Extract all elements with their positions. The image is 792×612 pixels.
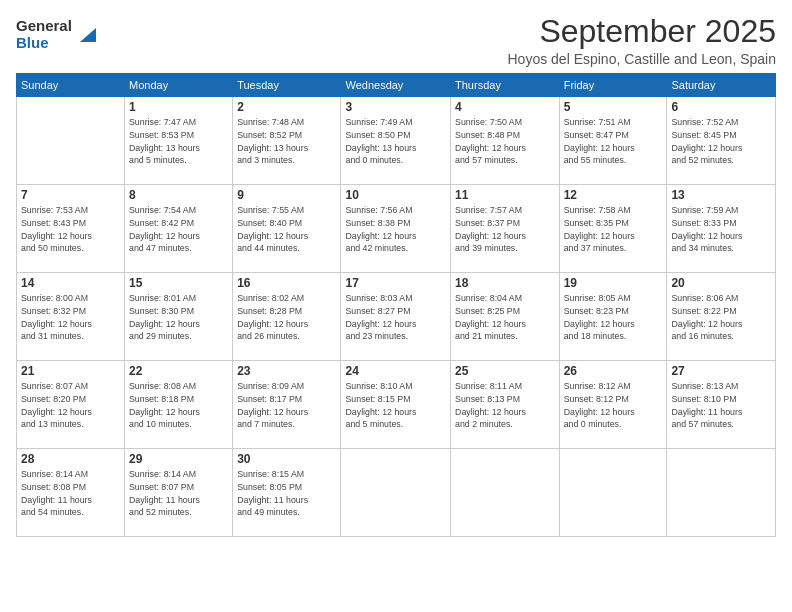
logo-general-text: General: [16, 18, 72, 35]
day-number: 30: [237, 452, 336, 466]
calendar-cell: 20Sunrise: 8:06 AMSunset: 8:22 PMDayligh…: [667, 273, 776, 361]
day-info: Sunrise: 7:56 AMSunset: 8:38 PMDaylight:…: [345, 204, 446, 255]
day-info: Sunrise: 7:58 AMSunset: 8:35 PMDaylight:…: [564, 204, 663, 255]
day-info: Sunrise: 8:15 AMSunset: 8:05 PMDaylight:…: [237, 468, 336, 519]
day-number: 13: [671, 188, 771, 202]
day-info: Sunrise: 8:04 AMSunset: 8:25 PMDaylight:…: [455, 292, 555, 343]
day-number: 7: [21, 188, 120, 202]
day-info: Sunrise: 7:59 AMSunset: 8:33 PMDaylight:…: [671, 204, 771, 255]
calendar-cell: 14Sunrise: 8:00 AMSunset: 8:32 PMDayligh…: [17, 273, 125, 361]
calendar-cell: 17Sunrise: 8:03 AMSunset: 8:27 PMDayligh…: [341, 273, 451, 361]
day-number: 23: [237, 364, 336, 378]
calendar-cell: 28Sunrise: 8:14 AMSunset: 8:08 PMDayligh…: [17, 449, 125, 537]
calendar-cell: 13Sunrise: 7:59 AMSunset: 8:33 PMDayligh…: [667, 185, 776, 273]
calendar-week-1: 1Sunrise: 7:47 AMSunset: 8:53 PMDaylight…: [17, 97, 776, 185]
day-number: 9: [237, 188, 336, 202]
calendar-cell: 1Sunrise: 7:47 AMSunset: 8:53 PMDaylight…: [125, 97, 233, 185]
day-number: 11: [455, 188, 555, 202]
day-info: Sunrise: 7:53 AMSunset: 8:43 PMDaylight:…: [21, 204, 120, 255]
logo-icon: [74, 24, 96, 46]
title-block: September 2025 Hoyos del Espino, Castill…: [507, 14, 776, 67]
calendar-cell: [667, 449, 776, 537]
calendar-cell: 9Sunrise: 7:55 AMSunset: 8:40 PMDaylight…: [233, 185, 341, 273]
day-number: 20: [671, 276, 771, 290]
day-info: Sunrise: 8:03 AMSunset: 8:27 PMDaylight:…: [345, 292, 446, 343]
calendar-cell: 22Sunrise: 8:08 AMSunset: 8:18 PMDayligh…: [125, 361, 233, 449]
calendar-cell: 29Sunrise: 8:14 AMSunset: 8:07 PMDayligh…: [125, 449, 233, 537]
calendar-table: Sunday Monday Tuesday Wednesday Thursday…: [16, 73, 776, 537]
calendar-cell: [17, 97, 125, 185]
calendar-cell: 4Sunrise: 7:50 AMSunset: 8:48 PMDaylight…: [451, 97, 560, 185]
day-number: 28: [21, 452, 120, 466]
day-number: 5: [564, 100, 663, 114]
day-number: 24: [345, 364, 446, 378]
calendar-cell: [341, 449, 451, 537]
calendar-cell: 10Sunrise: 7:56 AMSunset: 8:38 PMDayligh…: [341, 185, 451, 273]
day-info: Sunrise: 8:11 AMSunset: 8:13 PMDaylight:…: [455, 380, 555, 431]
day-info: Sunrise: 8:02 AMSunset: 8:28 PMDaylight:…: [237, 292, 336, 343]
calendar-cell: 7Sunrise: 7:53 AMSunset: 8:43 PMDaylight…: [17, 185, 125, 273]
calendar-cell: 12Sunrise: 7:58 AMSunset: 8:35 PMDayligh…: [559, 185, 667, 273]
day-number: 8: [129, 188, 228, 202]
day-info: Sunrise: 7:49 AMSunset: 8:50 PMDaylight:…: [345, 116, 446, 167]
calendar-cell: 6Sunrise: 7:52 AMSunset: 8:45 PMDaylight…: [667, 97, 776, 185]
calendar-cell: 19Sunrise: 8:05 AMSunset: 8:23 PMDayligh…: [559, 273, 667, 361]
day-number: 22: [129, 364, 228, 378]
day-info: Sunrise: 8:06 AMSunset: 8:22 PMDaylight:…: [671, 292, 771, 343]
day-info: Sunrise: 7:50 AMSunset: 8:48 PMDaylight:…: [455, 116, 555, 167]
month-title: September 2025: [507, 14, 776, 49]
day-info: Sunrise: 8:08 AMSunset: 8:18 PMDaylight:…: [129, 380, 228, 431]
calendar-cell: [559, 449, 667, 537]
col-tuesday: Tuesday: [233, 74, 341, 97]
col-sunday: Sunday: [17, 74, 125, 97]
day-number: 16: [237, 276, 336, 290]
day-number: 27: [671, 364, 771, 378]
day-info: Sunrise: 8:09 AMSunset: 8:17 PMDaylight:…: [237, 380, 336, 431]
day-info: Sunrise: 8:14 AMSunset: 8:07 PMDaylight:…: [129, 468, 228, 519]
header: General Blue September 2025 Hoyos del Es…: [16, 14, 776, 67]
page: General Blue September 2025 Hoyos del Es…: [0, 0, 792, 612]
calendar-cell: 5Sunrise: 7:51 AMSunset: 8:47 PMDaylight…: [559, 97, 667, 185]
calendar-cell: [451, 449, 560, 537]
col-friday: Friday: [559, 74, 667, 97]
calendar-cell: 25Sunrise: 8:11 AMSunset: 8:13 PMDayligh…: [451, 361, 560, 449]
day-number: 10: [345, 188, 446, 202]
col-thursday: Thursday: [451, 74, 560, 97]
day-info: Sunrise: 7:47 AMSunset: 8:53 PMDaylight:…: [129, 116, 228, 167]
day-info: Sunrise: 7:54 AMSunset: 8:42 PMDaylight:…: [129, 204, 228, 255]
day-number: 6: [671, 100, 771, 114]
day-info: Sunrise: 8:07 AMSunset: 8:20 PMDaylight:…: [21, 380, 120, 431]
day-number: 1: [129, 100, 228, 114]
calendar-cell: 8Sunrise: 7:54 AMSunset: 8:42 PMDaylight…: [125, 185, 233, 273]
day-number: 19: [564, 276, 663, 290]
day-number: 25: [455, 364, 555, 378]
calendar-cell: 27Sunrise: 8:13 AMSunset: 8:10 PMDayligh…: [667, 361, 776, 449]
logo-blue-text: Blue: [16, 35, 72, 52]
day-info: Sunrise: 8:10 AMSunset: 8:15 PMDaylight:…: [345, 380, 446, 431]
day-info: Sunrise: 8:12 AMSunset: 8:12 PMDaylight:…: [564, 380, 663, 431]
calendar-week-3: 14Sunrise: 8:00 AMSunset: 8:32 PMDayligh…: [17, 273, 776, 361]
day-number: 17: [345, 276, 446, 290]
day-info: Sunrise: 8:01 AMSunset: 8:30 PMDaylight:…: [129, 292, 228, 343]
day-info: Sunrise: 8:00 AMSunset: 8:32 PMDaylight:…: [21, 292, 120, 343]
day-number: 26: [564, 364, 663, 378]
calendar-week-2: 7Sunrise: 7:53 AMSunset: 8:43 PMDaylight…: [17, 185, 776, 273]
calendar-cell: 23Sunrise: 8:09 AMSunset: 8:17 PMDayligh…: [233, 361, 341, 449]
day-number: 15: [129, 276, 228, 290]
calendar-cell: 30Sunrise: 8:15 AMSunset: 8:05 PMDayligh…: [233, 449, 341, 537]
calendar-cell: 24Sunrise: 8:10 AMSunset: 8:15 PMDayligh…: [341, 361, 451, 449]
calendar-cell: 15Sunrise: 8:01 AMSunset: 8:30 PMDayligh…: [125, 273, 233, 361]
logo: General Blue: [16, 18, 96, 51]
day-info: Sunrise: 7:51 AMSunset: 8:47 PMDaylight:…: [564, 116, 663, 167]
col-wednesday: Wednesday: [341, 74, 451, 97]
day-number: 3: [345, 100, 446, 114]
day-info: Sunrise: 8:13 AMSunset: 8:10 PMDaylight:…: [671, 380, 771, 431]
day-number: 12: [564, 188, 663, 202]
day-number: 18: [455, 276, 555, 290]
day-info: Sunrise: 7:57 AMSunset: 8:37 PMDaylight:…: [455, 204, 555, 255]
calendar-cell: 2Sunrise: 7:48 AMSunset: 8:52 PMDaylight…: [233, 97, 341, 185]
calendar-cell: 21Sunrise: 8:07 AMSunset: 8:20 PMDayligh…: [17, 361, 125, 449]
day-info: Sunrise: 7:55 AMSunset: 8:40 PMDaylight:…: [237, 204, 336, 255]
calendar-cell: 11Sunrise: 7:57 AMSunset: 8:37 PMDayligh…: [451, 185, 560, 273]
day-number: 2: [237, 100, 336, 114]
